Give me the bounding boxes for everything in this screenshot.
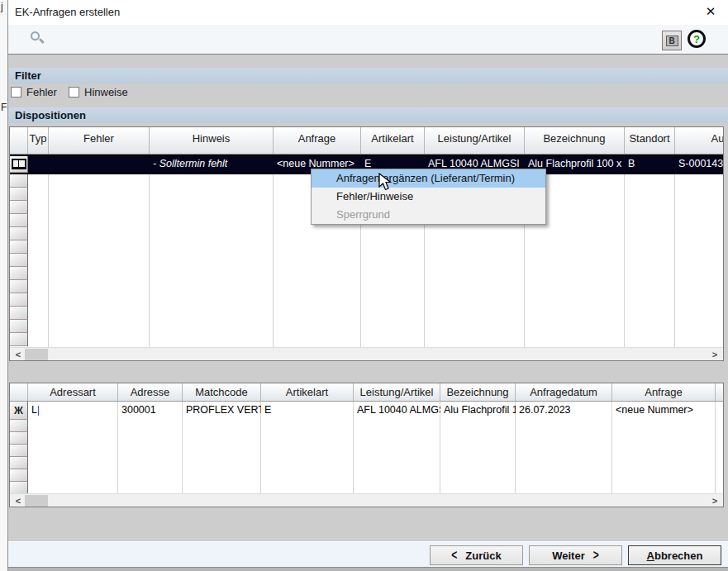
scrollbar-thumb[interactable]	[25, 349, 48, 360]
next-button-label: Weiter	[552, 550, 585, 562]
cell-hinweis[interactable]: - Solltermin fehlt	[150, 156, 274, 173]
cell-leistung-artikel[interactable]: AFL 10040 ALMGS	[354, 402, 440, 420]
anfragen-table-body: Ж L 300001 PROFLEX VERTRII E AFL 10040 A…	[10, 402, 723, 493]
row-selector-cell[interactable]	[10, 307, 28, 320]
column-header-anfragedatum[interactable]: Anfragedatum	[516, 383, 612, 401]
column-header-anfrage[interactable]: Anfrage	[612, 383, 716, 401]
horizontal-scrollbar[interactable]: < >	[10, 493, 723, 507]
record-edit-icon	[12, 159, 26, 169]
row-selector-cell[interactable]	[10, 174, 28, 188]
menu-item-anfragen-ergaenzen[interactable]: Anfragen ergänzen (Lieferant/Termin)	[312, 169, 545, 188]
scroll-left-icon[interactable]: <	[12, 348, 25, 361]
row-selector-cell[interactable]	[10, 457, 28, 469]
mouse-cursor	[378, 173, 393, 193]
cell-artikelart[interactable]: E	[261, 402, 354, 420]
column-header-filler	[716, 383, 724, 401]
dispositionen-table-header: Typ Fehler Hinweis Anfrage Artikelart Le…	[10, 127, 723, 155]
row-selector-cell[interactable]	[10, 445, 28, 457]
menu-item-fehler-hinweise[interactable]: Fehler/Hinweise	[312, 188, 545, 206]
cancel-button[interactable]: Abbrechen	[628, 545, 721, 565]
anfragen-table: Adressart Adresse Matchcode Artikelart L…	[9, 383, 724, 507]
row-selector-cell[interactable]: Ж	[10, 402, 28, 420]
table-row[interactable]: Ж L 300001 PROFLEX VERTRII E AFL 10040 A…	[10, 402, 723, 420]
cell-matchcode[interactable]: PROFLEX VERTRII	[183, 402, 261, 420]
scrollbar-thumb[interactable]	[25, 495, 48, 507]
help-icon[interactable]: ?	[688, 30, 706, 48]
row-selector-cell[interactable]	[10, 420, 28, 432]
back-button-label: Zurück	[465, 550, 501, 562]
menu-item-sperrgrund: Sperrgrund	[312, 206, 545, 224]
row-selector-column	[10, 420, 28, 494]
column-header-matchcode[interactable]: Matchcode	[183, 383, 261, 401]
row-selector-cell[interactable]	[10, 293, 28, 307]
row-state-icon: Ж	[14, 405, 23, 416]
column-header-artikelart[interactable]: Artikelart	[261, 383, 354, 401]
column-header-hinweis[interactable]: Hinweis	[150, 127, 274, 154]
cell-auftrag[interactable]: S-000143	[675, 156, 724, 173]
row-selector-cell[interactable]	[10, 482, 28, 494]
row-selector-cell[interactable]	[10, 254, 28, 267]
row-selector-cell[interactable]	[10, 227, 28, 240]
row-selector-column	[10, 174, 28, 346]
row-selector-cell[interactable]	[10, 240, 28, 254]
ek-anfragen-dialog: EK-Anfragen erstellen ✕ B ? Filter Fehle…	[8, 0, 728, 571]
row-selector-cell[interactable]	[10, 320, 28, 333]
column-header-auftrag[interactable]: Auftrag	[675, 127, 724, 154]
row-selector-cell[interactable]	[10, 201, 28, 214]
column-header-adressart[interactable]: Adressart	[28, 383, 118, 401]
column-header-bezeichnung[interactable]: Bezeichnung	[440, 383, 516, 401]
search-icon[interactable]	[31, 31, 45, 46]
row-selector-header[interactable]	[10, 127, 28, 154]
background-text-fragment: j	[1, 1, 3, 12]
cell-anfrage[interactable]: <neue Nummer>	[612, 402, 716, 420]
horizontal-scrollbar[interactable]: < >	[10, 347, 723, 360]
dispositionen-table: Typ Fehler Hinweis Anfrage Artikelart Le…	[9, 126, 724, 361]
scroll-right-icon[interactable]: >	[708, 494, 721, 507]
column-header-typ[interactable]: Typ	[28, 127, 49, 154]
next-button[interactable]: Weiter >	[529, 545, 622, 565]
toolbar: B ?	[8, 25, 728, 55]
row-selector-cell[interactable]	[10, 280, 28, 293]
scroll-left-icon[interactable]: <	[12, 494, 25, 507]
column-header-leistung-artikel[interactable]: Leistung/Artikel	[354, 383, 440, 401]
column-header-anfrage[interactable]: Anfrage	[274, 127, 361, 154]
b-icon: B	[666, 36, 678, 46]
filter-section-header: Filter	[9, 68, 728, 83]
hinweise-checkbox-label: Hinweise	[84, 86, 128, 98]
b-toolbar-button[interactable]: B	[662, 31, 682, 50]
cell-anfragedatum[interactable]: 26.07.2023	[516, 402, 612, 420]
cell-standort[interactable]: B	[625, 156, 675, 173]
scroll-right-icon[interactable]: >	[708, 348, 721, 361]
chevron-right-icon: >	[593, 548, 599, 563]
row-selector-cell[interactable]	[10, 432, 28, 445]
column-header-fehler[interactable]: Fehler	[49, 127, 150, 154]
cell-typ[interactable]	[28, 156, 49, 173]
row-selector-cell[interactable]	[10, 188, 28, 201]
row-selector-header[interactable]	[10, 383, 28, 401]
cell-adresse[interactable]: 300001	[118, 402, 183, 420]
fehler-checkbox-item[interactable]: Fehler	[11, 86, 57, 98]
row-selector-cell[interactable]	[10, 156, 28, 173]
fehler-checkbox[interactable]	[11, 87, 21, 98]
context-menu: Anfragen ergänzen (Lieferant/Termin) Feh…	[311, 169, 546, 225]
cell-fehler[interactable]	[49, 156, 150, 173]
hinweise-checkbox-item[interactable]: Hinweise	[69, 86, 128, 98]
column-header-artikelart[interactable]: Artikelart	[361, 127, 425, 154]
row-selector-cell[interactable]	[10, 333, 28, 346]
row-selector-cell[interactable]	[10, 469, 28, 482]
column-header-standort[interactable]: Standort	[625, 127, 675, 154]
cell-bezeichnung[interactable]: Alu Flachprofil 1	[440, 402, 516, 420]
row-selector-cell[interactable]	[10, 267, 28, 280]
dispositionen-section-header: Dispositionen	[9, 107, 728, 123]
column-header-leistung-artikel[interactable]: Leistung/Artikel	[425, 127, 525, 154]
row-selector-cell[interactable]	[10, 214, 28, 227]
hinweise-checkbox[interactable]	[69, 87, 79, 98]
close-icon[interactable]: ✕	[703, 4, 718, 19]
chevron-left-icon: <	[451, 548, 457, 563]
anfragen-table-header: Adressart Adresse Matchcode Artikelart L…	[10, 383, 723, 402]
column-header-adresse[interactable]: Adresse	[118, 383, 183, 401]
cell-adressart[interactable]: L	[28, 402, 118, 420]
back-button[interactable]: < Zurück	[430, 545, 523, 565]
cancel-button-label: Abbrechen	[647, 550, 703, 562]
column-header-bezeichnung[interactable]: Bezeichnung	[525, 127, 625, 154]
